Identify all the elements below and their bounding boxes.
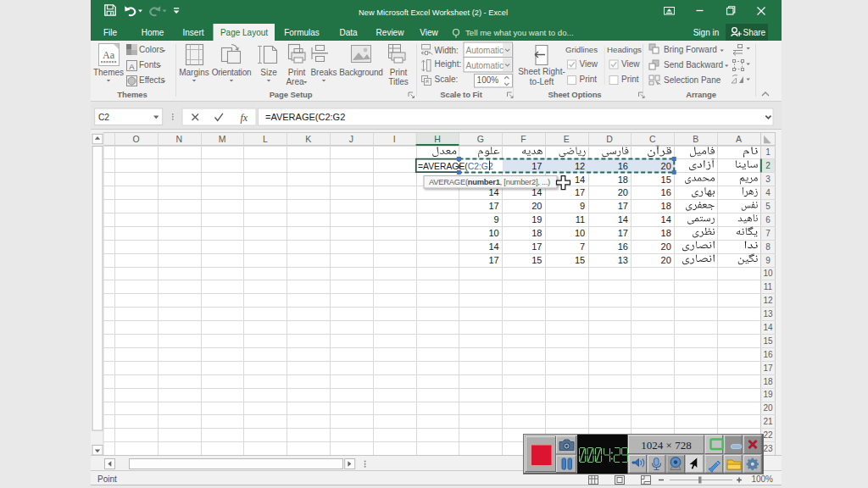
svg-text:Sheet Options: Sheet Options bbox=[548, 90, 601, 99]
svg-text:20: 20 bbox=[661, 241, 671, 252]
svg-text:Automatic: Automatic bbox=[466, 61, 504, 70]
svg-text:7: 7 bbox=[580, 241, 585, 252]
svg-text:Effects: Effects bbox=[139, 75, 164, 85]
svg-text:9: 9 bbox=[580, 201, 585, 211]
svg-text:Width:: Width: bbox=[435, 46, 459, 55]
svg-text:10: 10 bbox=[488, 228, 498, 238]
svg-text:Print: Print bbox=[621, 75, 639, 84]
svg-text:100%: 100% bbox=[751, 474, 773, 484]
svg-text:14: 14 bbox=[661, 214, 671, 225]
svg-text:Home: Home bbox=[142, 28, 164, 37]
svg-text:16: 16 bbox=[618, 161, 628, 171]
svg-text:17: 17 bbox=[618, 201, 628, 211]
svg-text:13: 13 bbox=[763, 309, 773, 319]
svg-text:Margins: Margins bbox=[179, 68, 209, 77]
svg-text:Page Setup: Page Setup bbox=[270, 90, 313, 99]
svg-text:17: 17 bbox=[488, 255, 498, 265]
svg-text:Automatic: Automatic bbox=[466, 46, 504, 55]
svg-text:1024 × 728: 1024 × 728 bbox=[641, 439, 691, 452]
svg-text:Share: Share bbox=[743, 28, 766, 37]
svg-text:17: 17 bbox=[488, 201, 498, 211]
svg-text:Headings: Headings bbox=[607, 45, 642, 54]
svg-text:20: 20 bbox=[763, 403, 773, 413]
svg-text:14: 14 bbox=[488, 187, 498, 197]
svg-text:18: 18 bbox=[661, 201, 671, 211]
svg-text:15: 15 bbox=[661, 175, 671, 185]
svg-text:17: 17 bbox=[575, 187, 585, 197]
svg-text:Area: Area bbox=[286, 77, 304, 86]
svg-text:18: 18 bbox=[763, 377, 773, 386]
svg-text:20: 20 bbox=[661, 161, 671, 171]
svg-text:A: A bbox=[736, 134, 742, 144]
svg-text:Gridlines: Gridlines bbox=[565, 45, 598, 54]
svg-text:Insert: Insert bbox=[182, 28, 203, 37]
svg-text:17: 17 bbox=[763, 363, 773, 373]
svg-text:14: 14 bbox=[575, 175, 585, 185]
svg-text:2: 2 bbox=[765, 161, 771, 170]
svg-text:21: 21 bbox=[763, 417, 773, 426]
svg-text:Print: Print bbox=[288, 68, 306, 77]
svg-text:100%: 100% bbox=[477, 75, 499, 85]
svg-text:H: H bbox=[434, 134, 441, 144]
svg-text:10: 10 bbox=[575, 228, 585, 238]
svg-text:15: 15 bbox=[575, 255, 585, 265]
svg-text:15: 15 bbox=[531, 255, 542, 265]
svg-text:Print: Print bbox=[390, 68, 408, 77]
svg-text:Tell me what you want to do...: Tell me what you want to do... bbox=[465, 28, 574, 37]
svg-text:Review: Review bbox=[376, 28, 405, 37]
svg-text:19: 19 bbox=[531, 214, 542, 225]
svg-text:L: L bbox=[263, 134, 268, 144]
svg-text:Formulas: Formulas bbox=[284, 28, 320, 37]
svg-text:C2: C2 bbox=[98, 113, 109, 122]
svg-text:17: 17 bbox=[531, 161, 542, 171]
svg-text:B: B bbox=[693, 134, 698, 144]
svg-text:Selection Pane: Selection Pane bbox=[664, 75, 721, 85]
svg-text:Bring Forward: Bring Forward bbox=[664, 45, 717, 54]
svg-text:7: 7 bbox=[765, 229, 771, 238]
svg-text:15: 15 bbox=[763, 336, 773, 346]
svg-text:5: 5 bbox=[765, 202, 771, 211]
svg-text:New Microsoft Excel Worksheet: New Microsoft Excel Worksheet (2) - Exce… bbox=[359, 8, 508, 17]
svg-text:to-Left: to-Left bbox=[530, 77, 554, 86]
svg-text:19: 19 bbox=[763, 390, 773, 399]
svg-text:18: 18 bbox=[661, 228, 671, 238]
svg-text:Point: Point bbox=[97, 474, 117, 484]
svg-text:File: File bbox=[103, 28, 118, 37]
svg-text:12: 12 bbox=[763, 296, 773, 305]
svg-text:Scale to Fit: Scale to Fit bbox=[440, 90, 482, 99]
svg-text:N: N bbox=[176, 134, 183, 144]
svg-text:Sheet Right-: Sheet Right- bbox=[518, 67, 565, 76]
svg-text:16: 16 bbox=[618, 241, 628, 252]
svg-text:9: 9 bbox=[765, 256, 771, 265]
svg-text:9: 9 bbox=[494, 214, 499, 225]
svg-text:11: 11 bbox=[576, 214, 585, 225]
svg-text:View: View bbox=[580, 59, 598, 69]
svg-text:23: 23 bbox=[763, 444, 773, 453]
svg-text:14: 14 bbox=[488, 241, 498, 252]
svg-text:Fonts: Fonts bbox=[139, 60, 160, 69]
svg-text:13: 13 bbox=[618, 255, 628, 265]
svg-text:K: K bbox=[305, 134, 311, 144]
svg-text:C: C bbox=[649, 134, 656, 144]
svg-text:20: 20 bbox=[531, 201, 542, 211]
svg-text:AVERAGE(number1, [number2], ..: AVERAGE(number1, [number2], ...) bbox=[429, 177, 550, 186]
svg-text:Size: Size bbox=[260, 68, 277, 77]
svg-text:O: O bbox=[132, 134, 139, 144]
svg-text:14: 14 bbox=[531, 187, 542, 197]
svg-text:Sign in: Sign in bbox=[693, 28, 720, 37]
svg-text:View: View bbox=[420, 28, 438, 37]
svg-text:14: 14 bbox=[763, 323, 773, 332]
svg-text:18: 18 bbox=[618, 175, 628, 185]
svg-text:Themes: Themes bbox=[117, 90, 147, 99]
svg-text:17: 17 bbox=[531, 241, 542, 252]
svg-text:=AVERAGE(C2:G2: =AVERAGE(C2:G2 bbox=[265, 112, 345, 122]
svg-text:14: 14 bbox=[618, 214, 628, 225]
svg-text:16: 16 bbox=[763, 350, 773, 359]
svg-text:Background: Background bbox=[339, 68, 382, 77]
svg-text:Arrange: Arrange bbox=[686, 90, 716, 99]
svg-text:11: 11 bbox=[764, 282, 773, 291]
svg-text:Height:: Height: bbox=[435, 59, 462, 69]
svg-text:M: M bbox=[219, 134, 226, 144]
svg-text:Data: Data bbox=[339, 28, 358, 37]
svg-text:Send Backward: Send Backward bbox=[664, 60, 723, 69]
